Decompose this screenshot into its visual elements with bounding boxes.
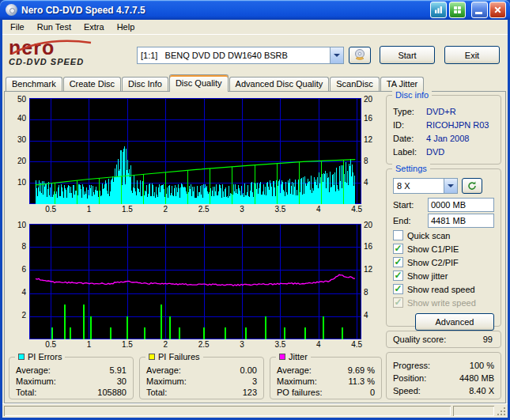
end-label: End: xyxy=(393,216,428,225)
scan-speed-row: 8 X xyxy=(393,178,494,194)
axis-tick-label: 20 xyxy=(364,221,380,229)
checkbox-label: Quick scan xyxy=(407,231,450,240)
pi-failures-legend: PI Failures xyxy=(145,352,203,361)
tab-ta-jitter[interactable]: TA Jitter xyxy=(380,77,425,91)
stat-label: Total: xyxy=(16,387,97,398)
stat-row: Average:9.69 % xyxy=(277,365,375,376)
tab-disc-quality[interactable]: Disc Quality xyxy=(169,74,229,92)
app-disc-icon xyxy=(6,4,17,16)
stat-value: 105880 xyxy=(97,387,127,398)
start-button[interactable]: Start xyxy=(380,46,435,64)
axis-tick-label: 2 xyxy=(9,311,26,320)
titlebar-buttons xyxy=(430,2,506,18)
stat-row: Maximum:3 xyxy=(146,376,257,387)
pi-errors-plot xyxy=(29,98,361,204)
tab-advanced-disc-quality[interactable]: Advanced Disc Quality xyxy=(229,77,330,91)
checkbox-show-read-speed[interactable]: Show read speed xyxy=(393,283,494,296)
drive-select[interactable]: [1:1] BENQ DVD DD DW1640 BSRB xyxy=(137,47,344,64)
pi-errors-swatch-icon xyxy=(18,354,25,360)
stat-value: 11.3 % xyxy=(349,376,375,387)
tab-disc-info[interactable]: Disc Info xyxy=(122,77,168,91)
axis-tick-label: 4.5 xyxy=(347,205,366,214)
disc-info-label: Type: xyxy=(393,105,426,119)
axis-tick-label: 3.5 xyxy=(270,205,289,214)
close-icon xyxy=(493,6,502,14)
resize-grip[interactable] xyxy=(495,404,508,418)
scan-speed-value: 8 X xyxy=(394,181,444,191)
end-input[interactable]: 4481 MB xyxy=(428,214,494,228)
client-area: File Run Test Extra Help nero CD-DVD SPE… xyxy=(2,20,508,418)
menu-extra[interactable]: Extra xyxy=(77,20,111,34)
pi-failures-jitter-chart: 246810481216200.511.522.533.544.5 xyxy=(9,222,382,351)
stat-label: Average: xyxy=(146,365,240,376)
advanced-button[interactable]: Advanced xyxy=(415,313,494,331)
advanced-row: Advanced xyxy=(393,313,494,331)
axis-tick-label: 1.5 xyxy=(118,340,137,349)
axis-tick-label: 12 xyxy=(364,265,380,274)
tab-scandisc[interactable]: ScanDisc xyxy=(330,77,379,91)
burn-disc-button[interactable] xyxy=(349,47,371,64)
axis-tick-label: 2 xyxy=(156,205,175,214)
minimize-button[interactable] xyxy=(471,2,488,18)
stat-value: 9.69 % xyxy=(348,365,375,376)
disc-info-row: Date:4 Jan 2008 xyxy=(393,132,494,146)
checkbox-icon xyxy=(393,257,403,267)
axis-tick-label: 16 xyxy=(364,114,380,123)
combo-arrow-icon[interactable] xyxy=(330,47,343,63)
close-button[interactable] xyxy=(489,2,506,18)
stat-value: 30 xyxy=(117,376,127,387)
quality-score-label: Quality score: xyxy=(393,335,483,344)
disc-label-value: DVD xyxy=(426,146,444,159)
pi-failures-panel: PI Failures Average:0.00 Maximum:3 Total… xyxy=(139,357,264,399)
titlebar[interactable]: Nero CD-DVD Speed 4.7.7.5 xyxy=(0,0,510,20)
drive-select-value: [1:1] BENQ DVD DD DW1640 BSRB xyxy=(138,51,330,60)
stat-value: 0 xyxy=(370,387,375,398)
menu-help[interactable]: Help xyxy=(111,20,142,34)
menu-run-test[interactable]: Run Test xyxy=(31,20,77,34)
axis-tick-label: 4 xyxy=(309,340,328,349)
checkbox-label: Show read speed xyxy=(407,285,475,294)
tab-benchmark[interactable]: Benchmark xyxy=(6,77,62,91)
logo-brand-text: nero xyxy=(9,38,134,57)
start-input[interactable]: 0000 MB xyxy=(428,198,494,212)
checkbox-show-c1-pie[interactable]: Show C1/PIE xyxy=(393,243,494,255)
checkbox-show-jitter[interactable]: Show jitter xyxy=(393,270,494,282)
stat-label: Maximum: xyxy=(16,376,117,387)
refresh-icon xyxy=(467,180,478,191)
stat-value: 123 xyxy=(243,387,257,398)
combo-arrow-icon[interactable] xyxy=(444,179,457,193)
checkbox-quick-scan[interactable]: Quick scan xyxy=(393,229,494,242)
tab-create-disc[interactable]: Create Disc xyxy=(63,77,121,91)
disc-info-row: Type:DVD+R xyxy=(393,105,494,119)
axis-tick-label: 4 xyxy=(364,178,380,187)
chart-icon-button[interactable] xyxy=(430,2,447,18)
quality-score-panel: Quality score: 99 xyxy=(386,331,501,348)
stat-row: Average:0.00 xyxy=(146,365,257,376)
bar-chart-icon xyxy=(434,6,443,14)
checkbox-show-write-speed: Show write speed xyxy=(393,297,494,309)
axis-tick-label: 30 xyxy=(9,135,26,144)
refresh-button[interactable] xyxy=(462,178,482,194)
checkbox-show-c2-pif[interactable]: Show C2/PIF xyxy=(393,256,494,269)
checkbox-icon xyxy=(393,284,403,294)
checkbox-icon xyxy=(393,297,403,308)
tab-bar: Benchmark Create Disc Disc Info Disc Qua… xyxy=(2,74,508,90)
start-label: Start: xyxy=(393,200,428,210)
stat-row: PO failures:0 xyxy=(277,387,375,398)
stat-value: 3 xyxy=(252,376,257,387)
disc-info-label: ID: xyxy=(393,119,426,132)
menu-file[interactable]: File xyxy=(4,20,31,34)
axis-tick-label: 0.5 xyxy=(41,340,60,349)
axis-tick-label: 50 xyxy=(9,95,26,104)
scan-speed-select[interactable]: 8 X xyxy=(393,178,458,194)
grid-icon-button[interactable] xyxy=(449,2,466,18)
stat-row: Maximum:11.3 % xyxy=(277,376,375,387)
stat-row: Total:123 xyxy=(146,387,257,398)
grid-icon xyxy=(453,6,462,14)
settings-panel: Settings 8 X xyxy=(386,168,501,327)
stat-label: Maximum: xyxy=(146,376,252,387)
disc-type-value: DVD+R xyxy=(426,105,456,119)
speed-row: Speed:8.40 X xyxy=(393,384,494,397)
exit-button[interactable]: Exit xyxy=(444,46,500,64)
axis-tick-label: 4 xyxy=(364,311,380,320)
